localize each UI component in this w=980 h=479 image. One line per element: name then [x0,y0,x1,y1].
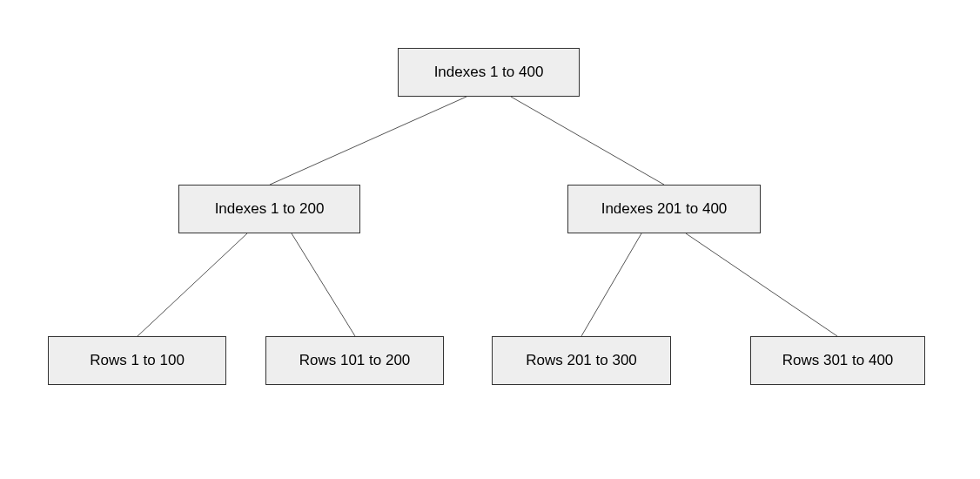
tree-node-label: Indexes 201 to 400 [601,200,728,218]
tree-node-label: Rows 301 to 400 [782,352,894,369]
tree-node-leaf-3: Rows 301 to 400 [750,336,925,385]
tree-node-leaf-2: Rows 201 to 300 [492,336,671,385]
tree-node-label: Indexes 1 to 400 [434,64,544,81]
svg-line-4 [581,233,641,336]
tree-node-label: Rows 201 to 300 [526,352,637,369]
tree-node-level1-right: Indexes 201 to 400 [567,185,761,233]
svg-line-0 [270,97,467,185]
tree-node-label: Indexes 1 to 200 [215,200,325,218]
svg-line-2 [138,233,247,336]
tree-node-label: Rows 1 to 100 [90,352,185,369]
svg-line-5 [686,233,837,336]
tree-node-leaf-0: Rows 1 to 100 [48,336,226,385]
tree-node-root: Indexes 1 to 400 [398,48,580,97]
svg-line-3 [292,233,355,336]
tree-node-label: Rows 101 to 200 [299,352,411,369]
svg-line-1 [511,97,664,185]
tree-node-leaf-1: Rows 101 to 200 [265,336,444,385]
tree-node-level1-left: Indexes 1 to 200 [178,185,360,233]
